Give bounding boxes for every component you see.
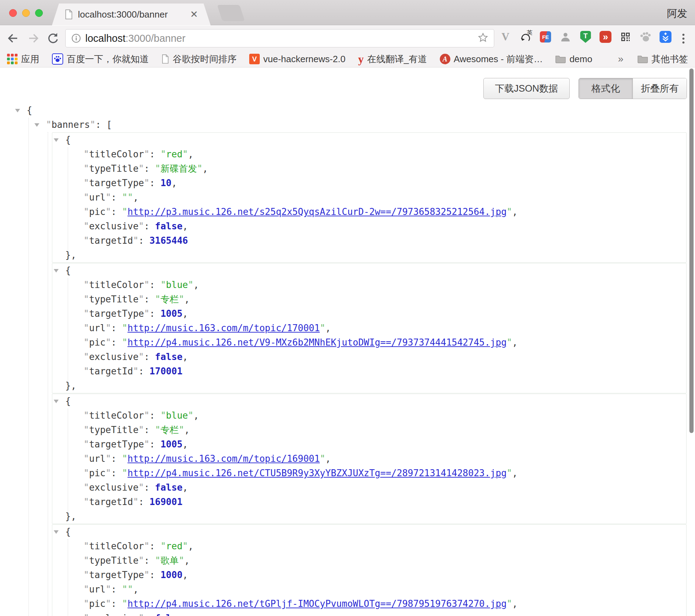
json-key: typeTitle: [89, 425, 139, 435]
json-line: },: [52, 248, 686, 262]
json-line: "pic": "http://p4.music.126.net/CTU5B9R9…: [52, 466, 686, 480]
banner-object-box: {"titleColor": "red","typeTitle": "歌单","…: [52, 524, 687, 616]
bookmark-star-icon[interactable]: [478, 32, 488, 44]
json-line: "pic": "http://p4.music.126.net/tGPljf-I…: [52, 597, 686, 611]
json-line: {: [52, 525, 686, 539]
json-line: "typeTitle": "新碟首发",: [52, 162, 686, 176]
json-line: "typeTitle": "专栏",: [52, 423, 686, 437]
collapse-toggle-icon[interactable]: [54, 138, 59, 142]
json-line: "titleColor": "blue",: [52, 278, 686, 292]
json-number-value: 1005: [160, 439, 183, 450]
collapse-toggle-icon[interactable]: [15, 109, 20, 112]
json-line: },: [52, 509, 686, 524]
qrcode-extension-icon[interactable]: [619, 31, 632, 43]
bookmarks-overflow-icon[interactable]: »: [618, 53, 623, 65]
json-number-value: 169001: [150, 497, 183, 507]
other-bookmarks-folder[interactable]: 其他书签: [637, 53, 688, 65]
collapse-toggle-icon[interactable]: [54, 530, 59, 534]
shield-extension-icon[interactable]: T: [580, 31, 591, 43]
json-boolean-value: false: [155, 613, 183, 616]
json-line: "titleColor": "red",: [52, 147, 686, 162]
json-link[interactable]: http://p3.music.126.net/s25q2x5QyqsAzilC…: [127, 207, 507, 217]
browser-menu-icon[interactable]: [678, 33, 689, 45]
bookmark-baidu[interactable]: 百度一下，你就知道: [52, 53, 149, 65]
bookmark-folder-demo[interactable]: demo: [555, 54, 592, 65]
json-key: targetType: [89, 178, 144, 188]
new-tab-button[interactable]: [217, 5, 245, 21]
json-key: typeTitle: [89, 294, 139, 304]
json-key: targetId: [89, 366, 133, 376]
json-line: "url": "http://music.163.com/m/topic/170…: [52, 321, 686, 335]
json-key: exclusive: [89, 613, 139, 616]
json-string-value: 专栏: [160, 294, 179, 304]
json-string-value: blue: [166, 280, 188, 290]
json-line: "targetType": 1005,: [52, 437, 686, 452]
json-line: "titleColor": "blue",: [52, 408, 686, 423]
json-line: "titleColor": "red",: [52, 539, 686, 553]
bookmark-google-sort[interactable]: 谷歌按时间排序: [161, 53, 237, 65]
site-info-icon[interactable]: [71, 33, 81, 43]
close-window-button[interactable]: [9, 9, 17, 17]
window-controls: [9, 9, 43, 17]
json-key: typeTitle: [89, 555, 139, 566]
person-extension-icon[interactable]: [559, 31, 572, 43]
json-string-value: 专栏: [160, 425, 179, 435]
forward-button[interactable]: [26, 31, 41, 46]
navigation-toolbar: localhost:3000/banner V 英 FE T »: [0, 26, 695, 51]
json-line: "url": "",: [52, 582, 686, 597]
browser-chrome: localhost:3000/banner V 英 FE T »: [0, 26, 695, 67]
profile-name: 阿发: [667, 7, 687, 21]
zoom-window-button[interactable]: [35, 9, 43, 17]
address-bar[interactable]: localhost:3000/banner: [65, 29, 494, 47]
json-link[interactable]: http://p4.music.126.net/tGPljf-IMOCyPvum…: [127, 598, 507, 609]
json-key: pic: [89, 337, 106, 348]
bookmark-vue-hackernews[interactable]: V vue-hackernews-2.0: [249, 54, 345, 65]
paw-extension-icon[interactable]: [639, 31, 652, 43]
json-string-value: blue: [166, 410, 188, 421]
page-content: 下载JSON数据 格式化 折叠所有 {"banners": [{"titleCo…: [0, 68, 695, 616]
baidu-paw-icon: [52, 53, 63, 65]
json-key: titleColor: [89, 149, 144, 159]
json-key: pic: [89, 207, 106, 217]
collapse-toggle-icon[interactable]: [34, 123, 39, 127]
json-key: targetId: [89, 497, 133, 507]
apps-grid-icon: [7, 54, 18, 64]
json-line: "typeTitle": "歌单",: [52, 553, 686, 568]
video-helper-extension-icon[interactable]: »: [600, 31, 611, 43]
json-link[interactable]: http://music.163.com/m/topic/169001: [127, 453, 320, 464]
collapse-all-button[interactable]: 折叠所有: [633, 78, 687, 99]
vue-devtools-extension-icon[interactable]: V: [499, 31, 512, 43]
collapse-toggle-icon[interactable]: [54, 269, 59, 273]
json-key: exclusive: [89, 482, 139, 493]
browser-tab[interactable]: localhost:3000/banner ✕: [52, 4, 211, 25]
translate-extension-icon[interactable]: 英: [519, 31, 532, 43]
json-line: {: [52, 133, 686, 147]
back-button[interactable]: [5, 31, 20, 46]
json-link[interactable]: http://p4.music.126.net/CTU5B9R9y3XyYBZX…: [127, 468, 507, 478]
json-boolean-value: false: [155, 221, 183, 231]
json-link[interactable]: http://p4.music.126.net/V9-MXz6b2MNhEKju…: [127, 337, 507, 348]
bookmark-youdao[interactable]: y 在线翻译_有道: [358, 53, 427, 66]
format-button[interactable]: 格式化: [579, 78, 633, 99]
json-link[interactable]: http://music.163.com/m/topic/170001: [127, 323, 320, 333]
json-key: pic: [89, 598, 106, 609]
fehelper-extension-icon[interactable]: FE: [540, 31, 551, 42]
vertical-scrollbar[interactable]: [689, 68, 694, 433]
folder-icon: [555, 55, 566, 63]
json-line: {: [52, 394, 686, 408]
tab-close-icon[interactable]: ✕: [190, 10, 198, 19]
bookmark-apps[interactable]: 应用: [7, 53, 39, 65]
minimize-window-button[interactable]: [22, 9, 30, 17]
download-json-button[interactable]: 下载JSON数据: [483, 78, 570, 99]
tab-title: localhost:3000/banner: [78, 9, 168, 20]
page-favicon-icon: [65, 9, 73, 19]
bookmark-awesomes[interactable]: A Awesomes - 前端资…: [440, 53, 543, 65]
json-line: "targetType": 1005,: [52, 307, 686, 321]
collapse-toggle-icon[interactable]: [54, 400, 59, 403]
vue-icon: V: [249, 54, 260, 64]
json-number-value: 1000: [160, 570, 183, 580]
download-manager-extension-icon[interactable]: [660, 31, 671, 43]
json-number-value: 170001: [150, 366, 183, 376]
json-key: typeTitle: [89, 163, 139, 174]
reload-button[interactable]: [45, 31, 60, 46]
